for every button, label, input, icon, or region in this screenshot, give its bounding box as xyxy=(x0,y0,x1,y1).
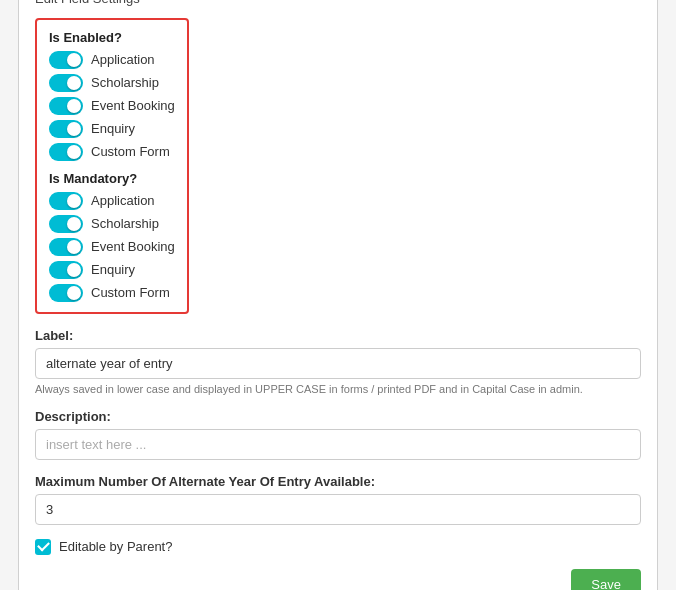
toggle-label-custom-form-mandatory: Custom Form xyxy=(91,285,170,300)
description-label: Description: xyxy=(35,409,641,424)
modal-title: Edit Field Settings xyxy=(35,0,641,6)
toggle-section-box: Is Enabled? Application Scholarship Even… xyxy=(35,18,189,314)
max-number-group: Maximum Number Of Alternate Year Of Entr… xyxy=(35,474,641,525)
toggle-row: Event Booking xyxy=(49,238,175,256)
toggle-label-enquiry-mandatory: Enquiry xyxy=(91,262,135,277)
label-field-label: Label: xyxy=(35,328,641,343)
is-enabled-label: Is Enabled? xyxy=(49,30,175,45)
toggle-label-enquiry-enabled: Enquiry xyxy=(91,121,135,136)
toggle-row: Application xyxy=(49,192,175,210)
max-number-label: Maximum Number Of Alternate Year Of Entr… xyxy=(35,474,641,489)
description-input[interactable] xyxy=(35,429,641,460)
edit-field-settings-modal: Edit Field Settings Is Enabled? Applicat… xyxy=(18,0,658,590)
label-input[interactable] xyxy=(35,348,641,379)
modal-footer: Save xyxy=(35,569,641,591)
toggle-label-scholarship-mandatory: Scholarship xyxy=(91,216,159,231)
toggle-row: Event Booking xyxy=(49,97,175,115)
editable-by-parent-checkbox[interactable] xyxy=(35,539,51,555)
label-hint: Always saved in lower case and displayed… xyxy=(35,383,641,395)
toggle-application-enabled[interactable] xyxy=(49,51,83,69)
toggle-label-application-enabled: Application xyxy=(91,52,155,67)
save-button[interactable]: Save xyxy=(571,569,641,591)
label-group: Label: Always saved in lower case and di… xyxy=(35,328,641,395)
description-group: Description: xyxy=(35,409,641,460)
toggle-scholarship-mandatory[interactable] xyxy=(49,215,83,233)
toggle-application-mandatory[interactable] xyxy=(49,192,83,210)
toggle-enquiry-enabled[interactable] xyxy=(49,120,83,138)
toggle-custom-form-mandatory[interactable] xyxy=(49,284,83,302)
toggle-row: Scholarship xyxy=(49,74,175,92)
toggle-row: Custom Form xyxy=(49,284,175,302)
toggle-label-application-mandatory: Application xyxy=(91,193,155,208)
toggle-row: Enquiry xyxy=(49,261,175,279)
toggle-label-scholarship-enabled: Scholarship xyxy=(91,75,159,90)
toggle-row: Scholarship xyxy=(49,215,175,233)
toggle-event-booking-enabled[interactable] xyxy=(49,97,83,115)
toggle-scholarship-enabled[interactable] xyxy=(49,74,83,92)
toggle-enquiry-mandatory[interactable] xyxy=(49,261,83,279)
toggle-label-custom-form-enabled: Custom Form xyxy=(91,144,170,159)
editable-by-parent-row: Editable by Parent? xyxy=(35,539,641,555)
toggle-custom-form-enabled[interactable] xyxy=(49,143,83,161)
toggle-row: Custom Form xyxy=(49,143,175,161)
toggle-row: Application xyxy=(49,51,175,69)
max-number-input[interactable] xyxy=(35,494,641,525)
editable-by-parent-label: Editable by Parent? xyxy=(59,539,172,554)
toggle-label-event-booking-enabled: Event Booking xyxy=(91,98,175,113)
toggle-event-booking-mandatory[interactable] xyxy=(49,238,83,256)
is-mandatory-label: Is Mandatory? xyxy=(49,171,175,186)
toggle-row: Enquiry xyxy=(49,120,175,138)
toggle-label-event-booking-mandatory: Event Booking xyxy=(91,239,175,254)
